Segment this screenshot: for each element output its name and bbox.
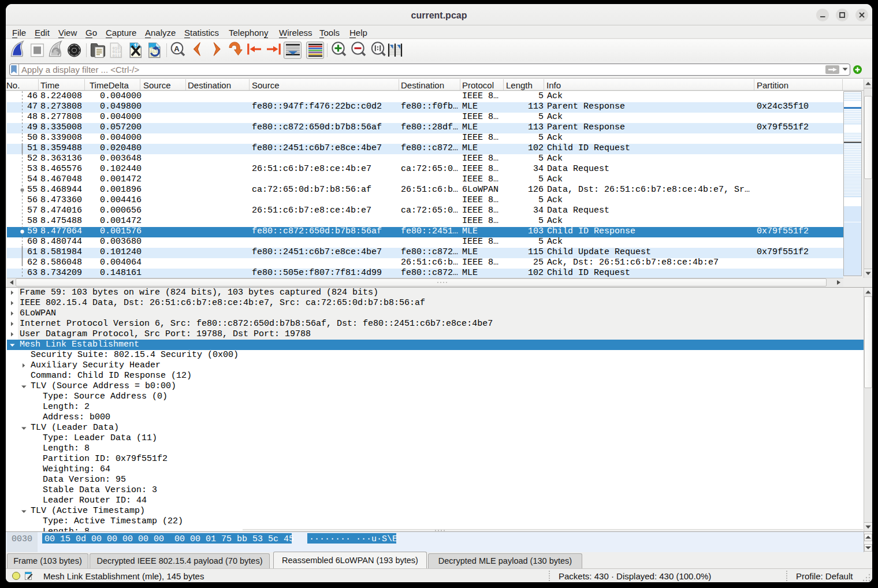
svg-text:A: A	[174, 44, 180, 53]
svg-text:0111: 0111	[113, 54, 122, 58]
